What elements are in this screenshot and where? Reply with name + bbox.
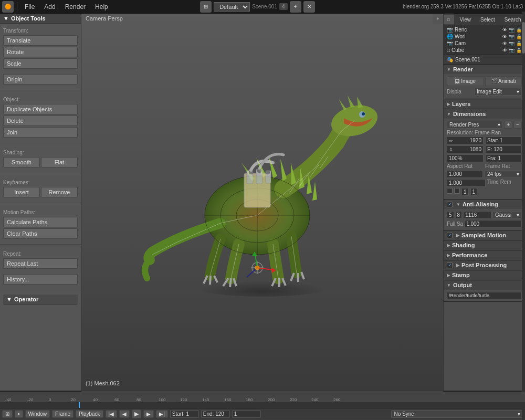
lock-icon-cam[interactable]: 🔒 [516, 41, 522, 46]
rotate-btn[interactable]: Rotate [3, 47, 78, 57]
outliner-item-cam[interactable]: 📷 Cam 👁 📷 🔒 [445, 40, 524, 47]
preset-add-btn[interactable]: + [504, 121, 512, 129]
checkbox1[interactable] [447, 188, 453, 194]
fra-input[interactable]: Fra: 1 [485, 154, 522, 162]
fps-dropdown[interactable]: 24 fps ▾ [485, 170, 522, 178]
view-menu-r[interactable]: View [456, 16, 476, 24]
join-btn[interactable]: Join [3, 127, 78, 138]
sampled-motion-header[interactable]: ✓ ▶ Sampled Motion [444, 230, 525, 240]
sample-c[interactable]: 1116 [463, 211, 491, 219]
next-keyframe[interactable]: ▶| [156, 410, 168, 418]
menu-file[interactable]: File [20, 2, 39, 12]
panel-collapse-icon[interactable]: ▼ [3, 15, 9, 22]
props-tab-object[interactable]: □ [444, 15, 454, 24]
search-btn[interactable]: Search [500, 16, 525, 24]
history-btn[interactable]: History... [3, 274, 78, 285]
filter-size-input[interactable]: 1.000 [464, 220, 522, 228]
post-processing-header[interactable]: ✓ ▶ Post Processing [444, 260, 525, 270]
checkbox2[interactable] [454, 188, 460, 194]
performance-header[interactable]: ▶ Performance [444, 250, 525, 260]
preset-del-btn[interactable]: − [513, 121, 522, 129]
start-input-tl[interactable]: Start: 1 [170, 410, 199, 418]
playhead[interactable] [79, 402, 80, 408]
lock-icon-worl[interactable]: 🔒 [516, 34, 522, 39]
aspect-y-input[interactable]: 1.000 [447, 179, 486, 187]
aa-checkbox[interactable]: ✓ [447, 202, 453, 207]
select-menu-r[interactable]: Select [476, 16, 499, 24]
add-screen-icon[interactable]: + [290, 1, 301, 13]
viewport-corner[interactable]: + [433, 14, 443, 24]
viewport[interactable]: Camera Persp + [81, 14, 444, 391]
clear-paths-btn[interactable]: Clear Paths [3, 228, 78, 239]
menu-add[interactable]: Add [40, 2, 59, 12]
image-render-btn[interactable]: 🖼 Image [447, 76, 484, 86]
remove-screen-icon[interactable]: ✕ [303, 1, 315, 13]
outliner-item-worl[interactable]: 🌐 Worl 👁 📷 🔒 [445, 33, 524, 40]
insert-btn[interactable]: Insert [3, 187, 40, 197]
duplicate-btn[interactable]: Duplicate Objects [3, 104, 78, 114]
num-input-2[interactable]: 1 [470, 188, 478, 196]
step-fwd[interactable]: ▶ [143, 410, 154, 418]
anim-render-btn[interactable]: 🎬 Animati [485, 76, 522, 86]
translate-btn[interactable]: Translate [3, 35, 78, 46]
lock-icon-cube[interactable]: 🔒 [516, 48, 522, 53]
smooth-btn[interactable]: Smooth [3, 157, 40, 167]
lock-icon-renc[interactable]: 🔒 [516, 27, 522, 33]
props-tab-world[interactable]: 🌐 [444, 14, 454, 14]
pp-checkbox[interactable]: ✓ [447, 262, 453, 268]
dimensions-header[interactable]: ▼ Dimensions [444, 109, 525, 119]
play-btn[interactable]: ▶ [132, 410, 141, 418]
cam-icon-renc[interactable]: 📷 [509, 27, 514, 33]
output-header[interactable]: ▼ Output [444, 280, 525, 290]
outliner-item-cube[interactable]: □ Cube 👁 📷 🔒 [445, 47, 524, 54]
layout-icon[interactable]: ⊞ [200, 1, 212, 13]
start-input[interactable]: Star: 1 [485, 136, 522, 144]
sample-a[interactable]: 5 [447, 211, 454, 219]
repeat-last-btn[interactable]: Repeat Last [3, 258, 78, 269]
outliner-item-renc[interactable]: 📷 Renc 👁 📷 🔒 [445, 26, 524, 33]
operator-header[interactable]: ▼ Operator [3, 295, 78, 304]
percent-input[interactable]: 100% [447, 154, 484, 162]
sample-b[interactable]: 8 [455, 211, 463, 219]
end-input[interactable]: E: 120 [485, 145, 522, 153]
num-input-1[interactable]: 1 [461, 188, 469, 196]
window-label[interactable]: Window [25, 410, 50, 418]
menu-render[interactable]: Render [61, 2, 90, 12]
blender-logo[interactable]: 🟠 [2, 1, 14, 13]
display-dropdown[interactable]: Image Edit ▾ [474, 88, 522, 96]
menu-help[interactable]: Help [91, 2, 112, 12]
filter-dropdown[interactable]: Gaussi ▾ [492, 211, 522, 219]
eye-icon-cube[interactable]: 👁 [502, 48, 507, 53]
sync-dropdown[interactable]: No Sync ▾ [391, 410, 523, 418]
current-frame[interactable]: 1 [232, 410, 261, 418]
scale-btn[interactable]: Scale [3, 58, 78, 69]
aspect-x-input[interactable]: 1.000 [447, 170, 483, 178]
cam-icon-cam[interactable]: 📷 [509, 41, 514, 46]
timeline-dot[interactable]: • [15, 410, 23, 418]
eye-icon-cam[interactable]: 👁 [502, 41, 507, 46]
sm-checkbox[interactable]: ✓ [447, 233, 453, 238]
output-path[interactable]: /Render/turtle/turtle [447, 292, 522, 299]
frame-label[interactable]: Frame [52, 410, 74, 418]
props-scroll[interactable]: 🎭 Scene.001 ▼ Render 🖼 Image [444, 55, 525, 391]
shading-header-r[interactable]: ▶ Shading [444, 240, 525, 250]
playback-label[interactable]: Playback [76, 410, 103, 418]
end-input-tl[interactable]: End: 120 [201, 410, 230, 418]
eye-icon-renc[interactable]: 👁 [502, 27, 507, 33]
calculate-paths-btn[interactable]: Calculate Paths [3, 217, 78, 227]
tools-scroll[interactable]: Transform: Translate Rotate Scale Origin… [0, 24, 81, 391]
cam-icon-worl[interactable]: 📷 [509, 34, 514, 39]
timeline-icon[interactable]: ⊞ [2, 410, 13, 418]
origin-btn[interactable]: Origin [3, 74, 78, 85]
step-back[interactable]: ◀ [119, 410, 130, 418]
engine-selector[interactable]: Default [214, 2, 250, 12]
timeline-bar[interactable] [0, 402, 525, 408]
render-section-header[interactable]: ▼ Render [444, 65, 525, 74]
remove-btn[interactable]: Remove [41, 187, 78, 197]
stamp-header[interactable]: ▶ Stamp [444, 270, 525, 280]
width-input[interactable]: ⇔ 1920 [447, 136, 484, 144]
flat-btn[interactable]: Flat [41, 157, 78, 167]
eye-icon-worl[interactable]: 👁 [502, 34, 507, 39]
delete-btn[interactable]: Delete [3, 116, 78, 126]
aa-header[interactable]: ✓ ▼ Anti-Aliasing [444, 200, 525, 209]
